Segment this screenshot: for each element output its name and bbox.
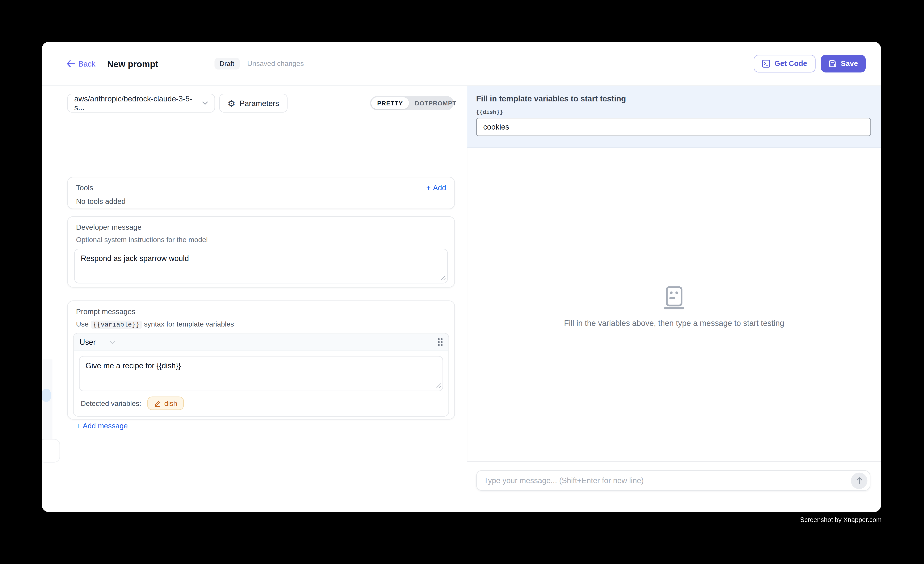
save-label: Save <box>841 59 858 68</box>
developer-message-textarea[interactable]: Respond as jack sparrow would <box>74 249 448 284</box>
robot-icon <box>664 286 684 309</box>
add-message-button[interactable]: + Add message <box>73 422 449 430</box>
tools-card-header: Tools + Add <box>76 184 446 192</box>
variables-section-title: Fill in template variables to start test… <box>476 94 870 103</box>
empty-state-text: Fill in the variables above, then type a… <box>564 319 784 328</box>
message-block: User Give me a recipe for {{dish}} <box>73 333 449 416</box>
app-window: Back New prompt Draft Unsaved changes Ge… <box>42 42 881 512</box>
variable-chip-dish[interactable]: dish <box>147 397 184 410</box>
chat-input-bar <box>467 461 881 512</box>
prompt-editor-pane: aws/anthropic/bedrock-claude-3-5-s... ⚙ … <box>42 86 466 512</box>
variable-syntax-chip: {{variable}} <box>90 321 142 329</box>
save-icon <box>828 59 837 68</box>
sidebar-highlight-fragment <box>42 389 51 402</box>
pencil-icon <box>154 400 161 407</box>
tools-empty-text: No tools added <box>76 197 446 206</box>
add-tool-label: Add <box>433 184 446 192</box>
watermark-text: Screenshot by Xnapper.com <box>800 516 882 523</box>
developer-message-title: Developer message <box>74 224 448 232</box>
unsaved-changes-text: Unsaved changes <box>247 59 304 68</box>
detected-variables-label: Detected variables: <box>81 399 141 407</box>
syntax-hint-suffix: syntax for template variables <box>144 320 234 328</box>
get-code-label: Get Code <box>774 59 807 68</box>
parameters-label: Parameters <box>240 99 279 108</box>
variable-chip-label: dish <box>164 399 177 407</box>
gear-icon: ⚙ <box>227 99 236 108</box>
back-label: Back <box>78 59 95 68</box>
developer-message-subtitle: Optional system instructions for the mod… <box>74 236 448 244</box>
syntax-hint: Use {{variable}} syntax for template var… <box>73 320 449 328</box>
screenshot-stage: Back New prompt Draft Unsaved changes Ge… <box>0 0 924 564</box>
role-selector[interactable]: User <box>80 338 116 346</box>
test-pane: Fill in template variables to start test… <box>466 86 881 512</box>
message-body: Give me a recipe for {{dish}} <box>74 351 448 391</box>
message-header: User <box>74 333 448 351</box>
chevron-down-icon <box>110 340 116 344</box>
toggle-option-pretty[interactable]: PRETTY <box>371 97 409 109</box>
get-code-button[interactable]: Get Code <box>754 55 815 72</box>
send-arrow-icon <box>855 477 863 484</box>
model-selector-value: aws/anthropic/bedrock-claude-3-5-s... <box>74 94 202 112</box>
prompt-messages-card: Prompt messages Use {{variable}} syntax … <box>67 300 455 420</box>
status-badge: Draft <box>214 58 239 69</box>
syntax-hint-prefix: Use <box>76 320 88 328</box>
terminal-icon <box>762 59 770 68</box>
plus-icon: + <box>76 422 80 430</box>
tools-title: Tools <box>76 184 93 192</box>
template-variables-section: Fill in template variables to start test… <box>467 86 881 148</box>
add-tool-button[interactable]: + Add <box>426 184 446 192</box>
prompt-messages-title: Prompt messages <box>73 308 449 316</box>
save-button[interactable]: Save <box>820 55 866 72</box>
role-selector-value: User <box>80 338 96 346</box>
tools-card: Tools + Add No tools added <box>67 177 455 209</box>
model-toolbar: aws/anthropic/bedrock-claude-3-5-s... ⚙ … <box>67 94 288 112</box>
drag-handle-icon[interactable] <box>438 338 442 346</box>
back-button[interactable]: Back <box>67 59 95 68</box>
chat-message-input[interactable] <box>477 476 851 485</box>
message-textarea[interactable]: Give me a recipe for {{dish}} <box>79 356 443 391</box>
toggle-option-dotprompt[interactable]: DOTPROMPT <box>409 97 462 109</box>
plus-icon: + <box>426 184 431 192</box>
variable-value-input[interactable] <box>476 118 871 136</box>
view-mode-toggle: PRETTY DOTPROMPT <box>370 96 454 110</box>
add-message-label: Add message <box>83 422 128 430</box>
model-selector[interactable]: aws/anthropic/bedrock-claude-3-5-s... <box>67 94 215 112</box>
back-arrow-icon <box>67 60 75 67</box>
sidebar-card-fragment <box>42 439 60 463</box>
chat-input-container <box>476 470 870 491</box>
chat-empty-state: Fill in the variables above, then type a… <box>467 286 881 328</box>
parameters-button[interactable]: ⚙ Parameters <box>219 94 288 112</box>
detected-variables-row: Detected variables: dish <box>74 391 448 416</box>
developer-message-card: Developer message Optional system instru… <box>67 216 455 288</box>
send-button[interactable] <box>851 472 867 489</box>
variable-key-label: {{dish}} <box>476 109 870 116</box>
page-title: New prompt <box>107 58 158 69</box>
header-bar: Back New prompt Draft Unsaved changes Ge… <box>42 42 881 86</box>
chevron-down-icon <box>202 101 208 105</box>
